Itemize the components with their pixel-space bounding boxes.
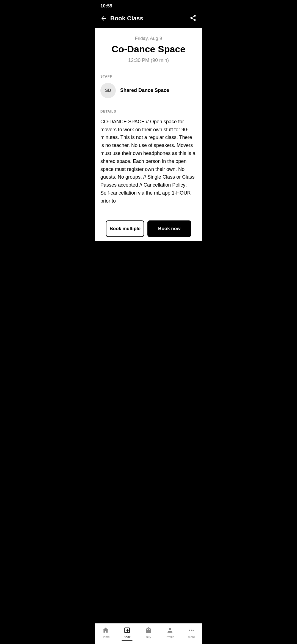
- action-buttons: Book multiple Book now: [100, 216, 197, 241]
- back-button[interactable]: [99, 14, 108, 23]
- nav-item-book[interactable]: Book: [116, 626, 138, 638]
- class-time: 12:30 PM (90 min): [100, 58, 197, 69]
- back-icon: [100, 15, 107, 22]
- nav-item-buy[interactable]: Buy: [138, 626, 159, 638]
- staff-label: STAFF: [100, 75, 197, 78]
- nav-item-profile[interactable]: Profile: [159, 626, 181, 638]
- status-time: 10:59: [100, 3, 112, 9]
- nav-label-buy: Buy: [146, 635, 151, 638]
- staff-name: Shared Dance Space: [120, 88, 169, 93]
- status-bar: 10:59: [95, 0, 202, 11]
- book-now-button[interactable]: Book now: [147, 220, 191, 237]
- details-text: CO-DANCE SPACE // Open space for movers …: [100, 118, 197, 211]
- main-content: Friday, Aug 9 Co-Dance Space 12:30 PM (9…: [95, 28, 202, 241]
- nav-label-home: Home: [101, 635, 109, 638]
- book-multiple-button[interactable]: Book multiple: [106, 220, 144, 237]
- staff-row: SD Shared Dance Space: [100, 83, 197, 98]
- nav-label-profile: Profile: [166, 635, 174, 638]
- nav-item-more[interactable]: More: [181, 626, 202, 638]
- page-title: Book Class: [110, 15, 143, 22]
- share-button[interactable]: [188, 13, 198, 23]
- more-icon: [188, 626, 195, 634]
- nav-item-home[interactable]: Home: [95, 626, 116, 638]
- home-icon: [102, 626, 109, 634]
- header-left: Book Class: [99, 14, 143, 23]
- nav-active-indicator: [122, 640, 133, 641]
- share-icon: [189, 14, 197, 21]
- staff-avatar: SD: [100, 83, 116, 98]
- header: Book Class: [95, 11, 202, 28]
- buy-icon: [145, 626, 152, 634]
- class-date: Friday, Aug 9: [100, 36, 197, 41]
- nav-label-more: More: [188, 635, 195, 638]
- bottom-nav: Home Book Buy Profile: [95, 623, 202, 644]
- profile-icon: [166, 626, 174, 634]
- class-name: Co-Dance Space: [100, 43, 197, 55]
- book-icon: [123, 626, 131, 634]
- staff-section: STAFF SD Shared Dance Space: [100, 69, 197, 104]
- details-label: DETAILS: [100, 110, 197, 113]
- details-section: DETAILS CO-DANCE SPACE // Open space for…: [100, 104, 197, 216]
- nav-label-book: Book: [123, 635, 130, 638]
